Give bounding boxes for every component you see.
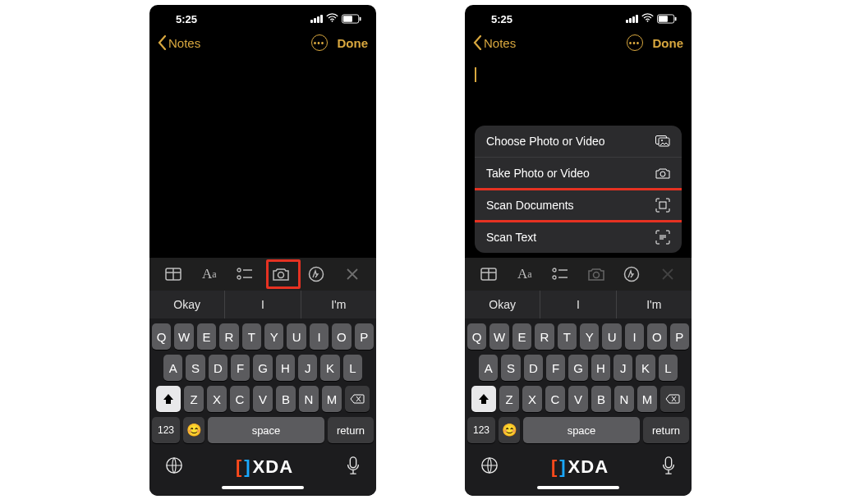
key-u[interactable]: U — [602, 323, 621, 350]
markup-button[interactable] — [620, 263, 643, 286]
key-g[interactable]: G — [568, 355, 587, 381]
key-shift[interactable] — [471, 386, 496, 412]
key-n[interactable]: N — [299, 386, 319, 412]
key-o[interactable]: O — [647, 323, 666, 350]
prediction-2[interactable]: I'm — [301, 291, 376, 318]
table-button[interactable] — [477, 263, 500, 286]
key-a[interactable]: A — [163, 355, 182, 381]
key-t[interactable]: T — [558, 323, 577, 350]
key-f[interactable]: F — [231, 355, 250, 381]
prediction-1[interactable]: I — [540, 291, 616, 318]
camera-button[interactable] — [269, 263, 292, 286]
key-emoji[interactable]: 😊 — [183, 417, 205, 443]
key-space[interactable]: space — [523, 417, 640, 443]
note-body[interactable]: Choose Photo or Video Take Photo or Vide… — [465, 57, 692, 258]
key-backspace[interactable] — [345, 386, 370, 412]
key-return[interactable]: return — [328, 417, 374, 443]
done-button[interactable]: Done — [338, 36, 369, 50]
key-w[interactable]: W — [489, 323, 508, 350]
key-l[interactable]: L — [343, 355, 362, 381]
key-i[interactable]: I — [310, 323, 329, 350]
table-button[interactable] — [162, 263, 185, 286]
key-w[interactable]: W — [174, 323, 193, 350]
key-space[interactable]: space — [208, 417, 324, 443]
key-j[interactable]: J — [298, 355, 317, 381]
menu-scan-text[interactable]: Scan Text — [475, 222, 682, 253]
key-s[interactable]: S — [186, 355, 205, 381]
dictation-button[interactable] — [346, 456, 361, 478]
close-toolbar-button[interactable] — [341, 263, 364, 286]
key-e[interactable]: E — [512, 323, 531, 350]
dictation-button[interactable] — [661, 456, 676, 478]
menu-take-photo[interactable]: Take Photo or Video — [475, 158, 682, 190]
key-s[interactable]: S — [501, 355, 520, 381]
menu-scan-documents[interactable]: Scan Documents — [475, 190, 682, 222]
menu-choose-photo[interactable]: Choose Photo or Video — [475, 126, 682, 158]
prediction-2[interactable]: I'm — [617, 291, 692, 318]
key-q[interactable]: Q — [467, 323, 486, 350]
key-c[interactable]: C — [545, 386, 565, 412]
key-123[interactable]: 123 — [467, 417, 495, 443]
note-body[interactable] — [149, 57, 376, 258]
key-n[interactable]: N — [614, 386, 634, 412]
globe-button[interactable] — [165, 456, 183, 478]
text-format-button[interactable]: Aa — [513, 263, 536, 286]
key-x[interactable]: X — [522, 386, 542, 412]
key-b[interactable]: B — [591, 386, 611, 412]
key-f[interactable]: F — [546, 355, 565, 381]
key-g[interactable]: G — [253, 355, 272, 381]
key-p[interactable]: P — [355, 323, 374, 350]
key-v[interactable]: V — [253, 386, 273, 412]
key-x[interactable]: X — [207, 386, 227, 412]
key-shift[interactable] — [156, 386, 181, 412]
key-r[interactable]: R — [219, 323, 238, 350]
key-o[interactable]: O — [332, 323, 351, 350]
key-j[interactable]: J — [614, 355, 632, 381]
key-y[interactable]: Y — [264, 323, 283, 350]
key-d[interactable]: D — [524, 355, 543, 381]
key-l[interactable]: L — [659, 355, 678, 381]
key-b[interactable]: B — [276, 386, 296, 412]
prediction-1[interactable]: I — [225, 291, 301, 318]
more-button[interactable]: ••• — [311, 34, 328, 51]
prediction-0[interactable]: Okay — [465, 291, 540, 318]
more-button[interactable]: ••• — [627, 34, 643, 51]
key-y[interactable]: Y — [580, 323, 599, 350]
home-indicator[interactable] — [537, 486, 619, 489]
key-a[interactable]: A — [479, 355, 498, 381]
key-z[interactable]: Z — [499, 386, 519, 412]
key-q[interactable]: Q — [152, 323, 171, 350]
key-k[interactable]: K — [636, 355, 655, 381]
key-v[interactable]: V — [568, 386, 588, 412]
back-button[interactable]: Notes — [473, 35, 516, 50]
key-k[interactable]: K — [320, 355, 339, 381]
prediction-0[interactable]: Okay — [149, 291, 225, 318]
key-m[interactable]: M — [322, 386, 342, 412]
key-return[interactable]: return — [643, 417, 689, 443]
key-i[interactable]: I — [625, 323, 644, 350]
key-h[interactable]: H — [591, 355, 610, 381]
key-e[interactable]: E — [197, 323, 216, 350]
key-m[interactable]: M — [637, 386, 657, 412]
key-123[interactable]: 123 — [152, 417, 180, 443]
key-r[interactable]: R — [535, 323, 554, 350]
globe-button[interactable] — [480, 456, 499, 478]
text-format-button[interactable]: Aa — [198, 263, 221, 286]
markup-button[interactable] — [305, 263, 328, 286]
key-h[interactable]: H — [276, 355, 295, 381]
back-button[interactable]: Notes — [158, 35, 200, 50]
key-t[interactable]: T — [242, 323, 261, 350]
key-backspace[interactable] — [660, 386, 685, 412]
checklist-button[interactable] — [233, 263, 256, 286]
close-toolbar-button[interactable] — [656, 263, 679, 286]
camera-button[interactable] — [585, 263, 608, 286]
key-u[interactable]: U — [287, 323, 306, 350]
key-c[interactable]: C — [230, 386, 250, 412]
home-indicator[interactable] — [222, 486, 304, 489]
key-emoji[interactable]: 😊 — [499, 417, 520, 443]
key-d[interactable]: D — [209, 355, 227, 381]
checklist-button[interactable] — [549, 263, 572, 286]
key-z[interactable]: Z — [184, 386, 204, 412]
key-p[interactable]: P — [670, 323, 689, 350]
done-button[interactable]: Done — [653, 36, 684, 50]
